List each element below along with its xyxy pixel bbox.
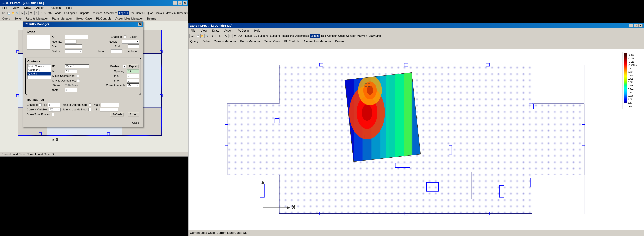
menu-view[interactable]: View <box>12 6 20 10</box>
right-menu-action[interactable]: Action <box>224 29 234 33</box>
pl-controls-btn[interactable]: PL Controls <box>95 16 112 20</box>
colplot-enabled-checkbox[interactable] <box>39 104 42 106</box>
strips-start-input[interactable] <box>65 44 82 48</box>
right-minimize-button[interactable]: ─ <box>629 24 633 27</box>
right-maxmin-btn[interactable]: Max/Min <box>356 34 368 37</box>
colplot-maxundef-checkbox[interactable] <box>89 104 91 106</box>
loads-btn[interactable]: Loads <box>53 11 62 15</box>
right-select-case-btn[interactable]: Select Case <box>263 39 281 43</box>
tb-grid[interactable]: ⊞ <box>29 11 33 15</box>
strips-end-input[interactable] <box>128 44 140 48</box>
colplot-minundef-checkbox[interactable] <box>88 108 91 111</box>
menu-action[interactable]: Action <box>35 6 45 10</box>
contours-list[interactable]: Main Contour Contour 1 Quad 1 <box>27 64 51 79</box>
strips-id-input[interactable] <box>65 35 88 39</box>
strips-export-btn[interactable]: Export <box>128 35 140 39</box>
right-supports-btn[interactable]: Supports <box>269 34 281 37</box>
assemblies-btn[interactable]: Assemblies <box>103 11 118 15</box>
tb-re[interactable]: Re <box>20 11 24 15</box>
select-case-btn[interactable]: Select Case <box>75 16 93 20</box>
tb-save[interactable]: 💾 <box>7 11 11 15</box>
rec-contour-btn[interactable]: Rec. Contour <box>129 11 146 15</box>
dialog-close-button[interactable]: ✕ <box>138 22 142 26</box>
contours-id-input[interactable] <box>65 64 89 68</box>
right-tb-rotate[interactable]: ↻ <box>233 34 237 38</box>
dialog-close-btn[interactable]: Close <box>130 121 141 125</box>
right-solve-btn[interactable]: Solve <box>202 39 210 43</box>
contour-item-1[interactable]: Contour 1 <box>28 68 51 72</box>
contours-min-input[interactable] <box>127 74 139 78</box>
tb-select[interactable]: ⬚ <box>39 11 43 15</box>
contours-spacing-input[interactable] <box>127 69 139 73</box>
right-menu-file[interactable]: File <box>190 29 196 33</box>
strips-enabled-checkbox[interactable] <box>124 35 126 38</box>
legend-btn[interactable]: Legend <box>118 11 129 15</box>
contours-maxdef-checkbox[interactable] <box>77 79 80 82</box>
menu-pldesin[interactable]: PLDesin <box>49 6 62 10</box>
colplot-showtotal-checkbox[interactable] <box>52 113 54 116</box>
strips-list-x[interactable]: ✕ <box>51 35 54 38</box>
strips-status-dropdown[interactable] <box>65 49 82 53</box>
contours-enabled-checkbox[interactable]: ✓ <box>123 65 126 68</box>
supports-btn[interactable]: Supports <box>78 11 90 15</box>
contour-item-quad1[interactable]: Quad 1 <box>28 72 51 75</box>
tb-plus[interactable]: + <box>24 11 28 15</box>
tb-rotate[interactable]: ↻ <box>43 11 47 15</box>
tb-bcs[interactable]: BCs <box>48 11 52 15</box>
right-tb-re[interactable]: Re <box>209 34 213 38</box>
minimize-button[interactable]: ─ <box>173 1 177 5</box>
tb-open[interactable]: 📂 <box>11 11 15 15</box>
draw-strip-btn[interactable]: Draw Strip <box>176 11 188 15</box>
right-bcslegend-btn[interactable]: BCs Legend <box>253 34 269 37</box>
lc-btn[interactable]: .LC <box>1 11 5 15</box>
right-legend-btn[interactable]: Legend <box>310 34 320 38</box>
right-tb-bcs[interactable]: BCs <box>237 34 243 38</box>
right-rec-contour-btn[interactable]: Rec. Contour <box>320 34 337 37</box>
contours-max-input[interactable] <box>127 79 139 82</box>
menu-file[interactable]: File <box>2 6 8 10</box>
right-pl-controls-btn[interactable]: PL Controls <box>283 39 300 43</box>
right-maximize-button[interactable]: □ <box>634 24 638 27</box>
strips-use-local-btn[interactable]: Use Local <box>124 49 140 53</box>
right-assemblies-manager-btn[interactable]: Assemblies Manager <box>303 39 332 43</box>
close-button[interactable]: ✕ <box>182 1 187 5</box>
contour-item-main[interactable]: Main Contour <box>28 64 51 68</box>
right-tb-zoom[interactable]: 🔍 <box>205 34 209 38</box>
paths-manager-btn[interactable]: Paths Manager <box>51 16 73 20</box>
maximize-button[interactable]: □ <box>178 1 182 5</box>
solve-btn[interactable]: Solve <box>13 16 22 20</box>
strips-npoints-input[interactable] <box>65 40 76 44</box>
strips-list[interactable] <box>27 35 50 49</box>
contours-mindef-checkbox[interactable] <box>76 75 79 77</box>
right-draw-strip-btn[interactable]: Draw Strip <box>368 34 382 37</box>
contours-currvar-dropdown[interactable]: Max <box>127 83 139 87</box>
right-results-manager-btn[interactable]: Results Manager <box>213 39 237 43</box>
right-paths-manager-btn[interactable]: Paths Manager <box>239 39 261 43</box>
right-close-button[interactable]: ✕ <box>638 24 642 27</box>
colplot-min-input[interactable] <box>100 108 118 111</box>
menu-draw[interactable]: Draw <box>23 6 32 10</box>
tb-cursor[interactable]: ↖ <box>34 11 38 15</box>
right-tb-plus[interactable]: + <box>214 34 218 38</box>
menu-help[interactable]: Help <box>65 6 73 10</box>
contours-n-input[interactable] <box>65 69 77 73</box>
contours-export-btn[interactable]: Export <box>127 64 139 68</box>
right-menu-view[interactable]: View <box>200 29 208 33</box>
right-lc-btn[interactable]: .LC <box>190 34 194 38</box>
maxmin-btn[interactable]: Max/Min <box>165 11 176 15</box>
reactions-btn[interactable]: Reactions <box>90 11 103 15</box>
right-beams-btn[interactable]: Beams <box>334 39 345 43</box>
colplot-refresh-btn[interactable]: Refresh <box>110 112 124 116</box>
query-btn[interactable]: Query <box>1 16 11 20</box>
right-reactions-btn[interactable]: Reactions <box>282 34 294 37</box>
right-tb-select[interactable]: ⬚ <box>228 34 232 38</box>
bcslegend-btn[interactable]: BCs Legend <box>62 11 78 15</box>
contours-theta-input[interactable] <box>65 88 77 92</box>
right-menu-draw[interactable]: Draw <box>211 29 220 33</box>
quad-contour-btn[interactable]: Quad. Contour <box>146 11 165 15</box>
right-quad-contour-btn[interactable]: Quad. Contour <box>338 34 356 37</box>
colplot-n-input[interactable] <box>48 103 60 107</box>
right-tb-cursor[interactable]: ↖ <box>224 34 228 38</box>
right-loads-btn[interactable]: Loads <box>245 34 253 37</box>
right-tb-grid[interactable]: ⊞ <box>218 34 222 38</box>
